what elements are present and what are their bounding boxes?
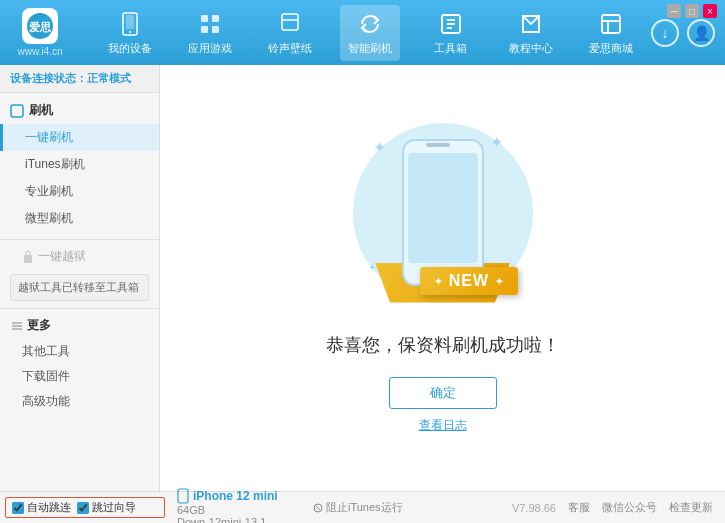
nav-store-label: 爱思商城	[589, 41, 633, 56]
close-button[interactable]: ×	[703, 4, 717, 18]
svg-rect-7	[201, 26, 208, 33]
sidebar-item-other-tools[interactable]: 其他工具	[0, 339, 159, 364]
header: 爱思 www.i4.cn 我的设备 应用游戏	[0, 0, 725, 65]
success-message: 恭喜您，保资料刷机成功啦！	[326, 333, 560, 357]
device-storage: 64GB	[177, 504, 305, 516]
apps-icon	[196, 10, 224, 38]
status-label: 设备连接状态：	[10, 72, 87, 84]
nav-my-device-label: 我的设备	[108, 41, 152, 56]
nav-ringtones[interactable]: 铃声壁纸	[260, 5, 320, 61]
nav-smart-flash-label: 智能刷机	[348, 41, 392, 56]
bottom-right: V7.98.66 客服 微信公众号 检查更新	[512, 500, 725, 515]
new-badge-container: ✦ NEW ✦	[420, 267, 517, 295]
auto-connect-input[interactable]	[12, 502, 24, 514]
sidebar-item-download-firmware[interactable]: 下载固件	[0, 364, 159, 389]
nav-store[interactable]: 爱思商城	[581, 5, 641, 61]
sidebar-divider-1	[0, 239, 159, 240]
book-icon	[517, 10, 545, 38]
more-group-header: 更多	[0, 312, 159, 339]
svg-rect-17	[24, 255, 32, 263]
star-decoration-1: ✦	[373, 138, 386, 157]
svg-rect-9	[282, 14, 298, 30]
flash-group-label: 刷机	[29, 102, 53, 119]
window-controls: ─ □ ×	[667, 4, 717, 18]
phone-icon	[116, 10, 144, 38]
svg-rect-22	[408, 153, 478, 263]
device-version: Down-12mini-13,1	[177, 516, 305, 524]
sidebar-item-pro-flash[interactable]: 专业刷机	[0, 178, 159, 205]
sidebar: 设备连接状态：正常模式 刷机 一键刷机 iTunes刷机 专业刷机 微型刷机	[0, 65, 160, 491]
nav-toolbox-label: 工具箱	[434, 41, 467, 56]
shop-icon	[597, 10, 625, 38]
svg-point-4	[129, 31, 131, 33]
download-button[interactable]: ↓	[651, 19, 679, 47]
sidebar-item-itunes-flash[interactable]: iTunes刷机	[0, 151, 159, 178]
logo-icon: 爱思	[22, 8, 58, 44]
sidebar-item-advanced[interactable]: 高级功能	[0, 389, 159, 414]
skip-wizard-checkbox[interactable]: 跳过向导	[77, 500, 136, 515]
refresh-icon	[356, 10, 384, 38]
main-layout: 设备连接状态：正常模式 刷机 一键刷机 iTunes刷机 专业刷机 微型刷机	[0, 65, 725, 491]
jailbreak-locked: 一键越狱	[0, 243, 159, 270]
nav-tutorial[interactable]: 教程中心	[501, 5, 561, 61]
bottom-checkboxes: 自动跳连 跳过向导	[5, 497, 165, 518]
new-badge: ✦ NEW ✦	[420, 267, 517, 295]
svg-rect-25	[178, 489, 188, 503]
status-value: 正常模式	[87, 72, 131, 84]
device-info: iPhone 12 mini 64GB Down-12mini-13,1	[165, 488, 305, 524]
logo: 爱思 www.i4.cn	[10, 8, 70, 57]
confirm-button[interactable]: 确定	[389, 377, 497, 409]
minimize-button[interactable]: ─	[667, 4, 681, 18]
music-icon	[276, 10, 304, 38]
flash-section: 刷机 一键刷机 iTunes刷机 专业刷机 微型刷机	[0, 93, 159, 236]
logo-text: www.i4.cn	[17, 46, 62, 57]
star-decoration-3: ✦	[368, 262, 376, 273]
svg-rect-8	[212, 26, 219, 33]
customer-service-link[interactable]: 客服	[568, 500, 590, 515]
nav-smart-flash[interactable]: 智能刷机	[340, 5, 400, 61]
sidebar-item-one-click-flash[interactable]: 一键刷机	[0, 124, 159, 151]
skip-wizard-input[interactable]	[77, 502, 89, 514]
jailbreak-notice: 越狱工具已转移至工具箱	[10, 274, 149, 301]
itunes-icon	[313, 503, 323, 513]
status-bar: 设备连接状态：正常模式	[0, 65, 159, 93]
success-illustration: ✦ ✦ ✦ ✦ NEW ✦	[353, 123, 533, 313]
user-button[interactable]: 👤	[687, 19, 715, 47]
content-area: ✦ ✦ ✦ ✦ NEW ✦	[160, 65, 725, 491]
nav-apps-label: 应用游戏	[188, 41, 232, 56]
svg-rect-15	[602, 15, 620, 33]
svg-rect-5	[201, 15, 208, 22]
svg-rect-16	[11, 105, 23, 117]
maximize-button[interactable]: □	[685, 4, 699, 18]
version-label: V7.98.66	[512, 502, 556, 514]
star-decoration-2: ✦	[490, 133, 503, 152]
device-name: iPhone 12 mini	[177, 488, 305, 504]
flash-group-header: 刷机	[0, 97, 159, 124]
sidebar-divider-2	[0, 308, 159, 309]
svg-rect-3	[126, 15, 134, 29]
nav-apps[interactable]: 应用游戏	[180, 5, 240, 61]
wechat-link[interactable]: 微信公众号	[602, 500, 657, 515]
nav-toolbox[interactable]: 工具箱	[421, 5, 481, 61]
sidebar-item-micro-flash[interactable]: 微型刷机	[0, 205, 159, 232]
itunes-status: 阻止iTunes运行	[305, 500, 403, 515]
locked-label: 一键越狱	[38, 248, 86, 265]
bottom-bar: 自动跳连 跳过向导 iPhone 12 mini 64GB Down-12min…	[0, 491, 725, 523]
more-group-label: 更多	[27, 317, 51, 334]
device-phone-icon	[177, 488, 189, 504]
nav-tutorial-label: 教程中心	[509, 41, 553, 56]
nav-my-device[interactable]: 我的设备	[100, 5, 160, 61]
header-actions: ↓ 👤	[651, 19, 715, 47]
auto-connect-checkbox[interactable]: 自动跳连	[12, 500, 71, 515]
phone-circle: ✦ ✦ ✦ ✦ NEW ✦	[353, 123, 533, 303]
svg-text:爱思: 爱思	[29, 21, 52, 33]
svg-rect-23	[426, 143, 450, 147]
itunes-label: 阻止iTunes运行	[326, 500, 403, 515]
back-link[interactable]: 查看日志	[419, 417, 467, 434]
nav-bar: 我的设备 应用游戏 铃声壁纸 智能刷机	[90, 5, 651, 61]
svg-line-27	[316, 506, 320, 510]
svg-rect-6	[212, 15, 219, 22]
tools-icon	[437, 10, 465, 38]
nav-ringtones-label: 铃声壁纸	[268, 41, 312, 56]
check-update-link[interactable]: 检查更新	[669, 500, 713, 515]
